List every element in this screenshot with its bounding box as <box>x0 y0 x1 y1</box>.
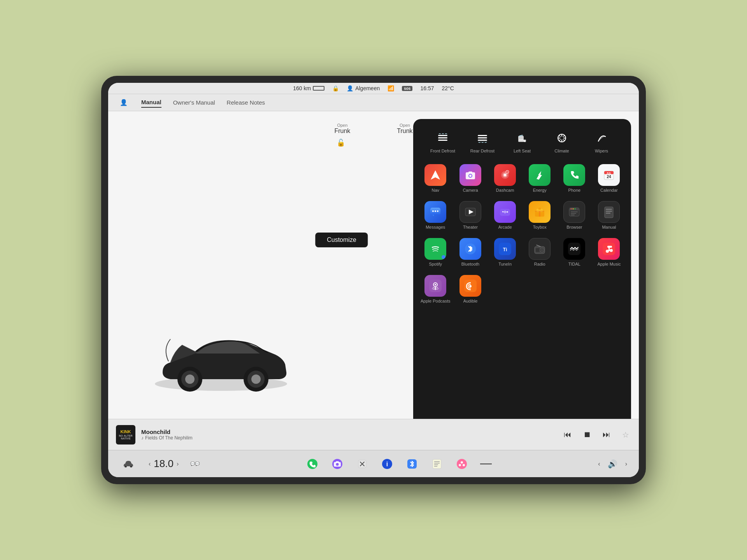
app-tunein[interactable]: Ti TuneIn <box>489 235 521 270</box>
app-spotify[interactable]: Spotify <box>419 235 452 270</box>
app-applemusic[interactable]: Apple Music <box>593 235 625 270</box>
sos-badge[interactable]: sos <box>402 86 412 91</box>
tab-owners-manual[interactable]: Owner's Manual <box>173 98 215 107</box>
app-energy[interactable]: Energy <box>524 161 556 196</box>
app-phone[interactable]: Phone <box>558 161 591 196</box>
svg-point-48 <box>573 208 574 210</box>
app-manual[interactable]: Manual <box>593 198 625 233</box>
quick-rear-defrost[interactable]: Rear Defrost <box>467 130 498 153</box>
app-messages[interactable]: Messages <box>419 198 452 233</box>
svg-point-73 <box>435 284 436 285</box>
app-applepodcasts[interactable]: Apple Podcasts <box>419 272 452 306</box>
svg-point-97 <box>459 464 461 466</box>
app-audible[interactable]: Audible <box>454 272 486 306</box>
app-dashcam[interactable]: Dashcam <box>489 161 521 196</box>
station-name: KINK <box>116 429 135 434</box>
stop-button[interactable]: ⏹ <box>581 428 593 441</box>
taskbar-info-icon[interactable]: i <box>379 455 396 472</box>
profile-display[interactable]: 👤 Algemeen <box>347 85 380 91</box>
speed-decrease[interactable]: ‹ <box>149 460 151 467</box>
app-bluetooth[interactable]: Bluetooth <box>454 235 486 270</box>
front-defrost-label: Front Defrost <box>430 149 455 153</box>
speed-increase[interactable]: › <box>177 460 179 467</box>
taskbar-bluetooth-icon[interactable] <box>403 455 421 472</box>
calendar-icon: JUL 24 <box>598 164 620 186</box>
radio-label: Radio <box>534 262 545 266</box>
svg-rect-56 <box>606 213 610 214</box>
energy-icon <box>529 164 551 186</box>
calendar-label: Calendar <box>600 188 618 192</box>
front-trunk-open: Open <box>334 123 350 128</box>
car-image <box>147 318 295 403</box>
app-radio[interactable]: Radio <box>524 235 556 270</box>
left-seat-icon <box>514 130 531 147</box>
quick-left-seat[interactable]: Left Seat <box>507 130 538 153</box>
applepodcasts-icon <box>424 275 446 297</box>
temp-value: 22°C <box>442 85 454 91</box>
svg-point-32 <box>435 210 436 212</box>
app-toybox[interactable]: Toybox <box>524 198 556 233</box>
front-trunk-label[interactable]: Open Frunk <box>334 123 350 135</box>
app-calendar[interactable]: JUL 24 Calendar <box>593 161 625 196</box>
next-track-button[interactable]: ⏭ <box>601 428 612 441</box>
svg-rect-43 <box>538 208 541 210</box>
phone-icon <box>563 164 585 186</box>
svg-rect-9 <box>438 140 447 141</box>
customize-button[interactable]: Customize <box>315 233 368 247</box>
tab-release-notes[interactable]: Release Notes <box>227 98 265 107</box>
rear-defrost-icon <box>474 130 491 147</box>
rear-trunk-open: Open <box>397 123 412 128</box>
svg-rect-90 <box>433 459 441 469</box>
taskbar-close-icon[interactable] <box>354 455 371 472</box>
app-nav[interactable]: Nav <box>419 161 452 196</box>
taskbar-notes-icon[interactable] <box>428 455 445 472</box>
theater-icon <box>459 201 481 223</box>
app-camera[interactable]: Camera <box>454 161 486 196</box>
svg-rect-37 <box>502 211 503 212</box>
app-grid: Nav Camera <box>419 161 625 436</box>
main-content: Open Frunk Open Trunk 🔓 <box>108 111 639 450</box>
taskbar-camera-icon[interactable] <box>329 455 346 472</box>
svg-point-82 <box>336 463 339 466</box>
phone-label: Phone <box>568 188 580 192</box>
favorite-button[interactable]: ☆ <box>620 428 631 441</box>
car-status-icon[interactable] <box>120 455 137 472</box>
applemusic-label: Apple Music <box>597 262 621 266</box>
svg-point-3 <box>185 374 195 384</box>
music-title: Moonchild <box>141 429 556 435</box>
volume-icon[interactable]: 🔊 <box>604 455 621 472</box>
dashcam-icon <box>494 164 516 186</box>
svg-rect-44 <box>539 211 540 217</box>
screen-inner: 160 km 🔒 👤 Algemeen 📶 sos 16:57 22°C 👤 <box>108 83 639 477</box>
arcade-icon <box>494 201 516 223</box>
rear-trunk-label[interactable]: Open Trunk <box>397 123 412 135</box>
quick-wipers[interactable]: Wipers <box>586 130 617 153</box>
quick-front-defrost[interactable]: Front Defrost <box>427 130 458 153</box>
app-theater[interactable]: Theater <box>454 198 486 233</box>
app-tidal[interactable]: TIDAL <box>558 235 591 270</box>
toybox-label: Toybox <box>533 225 547 229</box>
tunein-label: TuneIn <box>498 262 512 266</box>
quick-climate[interactable]: Climate <box>546 130 577 153</box>
manual-label: Manual <box>602 225 616 229</box>
speed-icons: 💬💬 <box>190 462 200 466</box>
speed-display: ‹ 18.0 › <box>149 458 179 470</box>
svg-point-98 <box>463 464 465 466</box>
volume-prev[interactable]: ‹ <box>598 460 600 467</box>
svg-rect-10 <box>478 135 487 136</box>
tab-manual[interactable]: Manual <box>141 97 161 108</box>
app-arcade[interactable]: Arcade <box>489 198 521 233</box>
speed-value: 18.0 <box>154 458 174 470</box>
speed-sub: 💬💬 <box>190 462 200 466</box>
spotify-dot <box>442 255 445 259</box>
app-browser[interactable]: Browser <box>558 198 591 233</box>
taskbar-phone-icon[interactable] <box>304 455 321 472</box>
wifi-status: 📶 <box>388 85 394 91</box>
profile-icon: 👤 <box>347 85 353 91</box>
volume-next[interactable]: › <box>625 460 627 467</box>
active-indicator <box>480 464 492 464</box>
manual-tab-icon: 👤 <box>120 99 128 107</box>
time-value: 16:57 <box>420 85 434 91</box>
taskbar-apps-icon[interactable] <box>453 455 470 472</box>
prev-track-button[interactable]: ⏮ <box>562 428 573 441</box>
